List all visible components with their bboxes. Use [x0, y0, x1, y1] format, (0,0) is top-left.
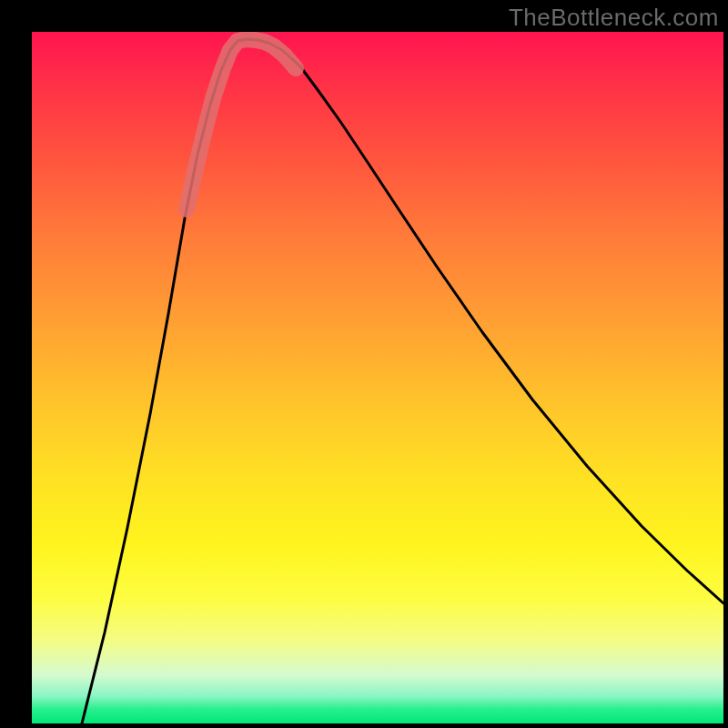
chart-frame: TheBottleneck.com: [0, 0, 728, 728]
bottleneck-curve: [82, 39, 723, 723]
chart-svg: [32, 32, 723, 723]
watermark-text: TheBottleneck.com: [509, 4, 719, 32]
bottom-overlay: [187, 39, 296, 209]
